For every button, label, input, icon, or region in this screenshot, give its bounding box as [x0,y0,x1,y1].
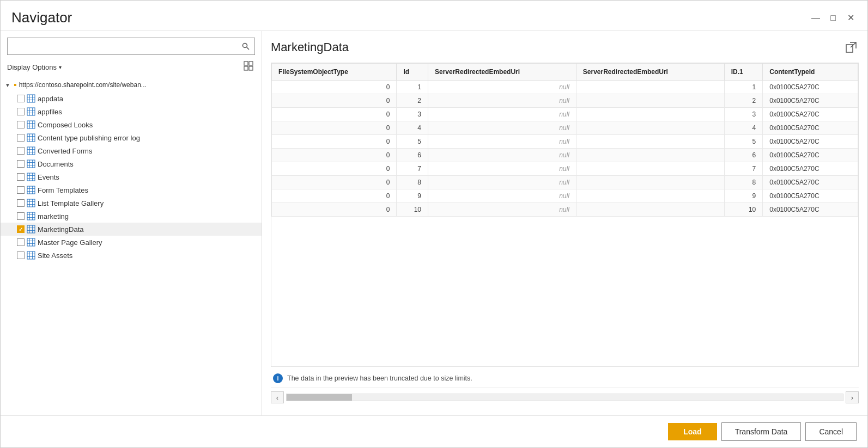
table-cell [576,121,724,135]
table-cell: 0x0100C5A270C [763,108,858,121]
table-grid-icon [27,225,35,234]
expand-icon: ▼ [5,82,11,88]
table-row: 04null40x0100C5A270C [272,121,858,135]
table-cell: 0 [272,121,397,135]
table-row: 06null60x0100C5A270C [272,149,858,162]
svg-rect-5 [249,66,253,70]
table-cell: 0x0100C5A270C [763,162,858,176]
tree-item-label: Master Page Gallery [38,238,102,247]
tree-item[interactable]: appfiles [1,105,262,118]
table-grid-icon [27,159,35,168]
tree-item[interactable]: Composed Looks [1,118,262,131]
tree-root-item[interactable]: ▼ ▪ https://contoso.sharepoint.com/site/… [1,78,262,92]
tree-items-container: appdata appfiles Composed Looks Content … [1,92,262,262]
tree-item[interactable]: MarketingData [1,223,262,236]
table-row: 05null50x0100C5A270C [272,135,858,149]
table-grid-icon [27,212,35,220]
tree-item-checkbox[interactable] [17,186,25,194]
display-options-row: Display Options ▾ [1,60,262,78]
tree-item-checkbox[interactable] [17,199,25,207]
table-cell: null [428,121,576,135]
scroll-left-button[interactable]: ‹ [271,391,284,403]
table-grid-icon [27,107,35,116]
minimize-button[interactable]: — [810,12,822,24]
scrollbar-row: ‹ › [271,388,859,407]
maximize-button[interactable]: □ [827,12,839,24]
table-cell: 0x0100C5A270C [763,203,858,217]
tree-list[interactable]: ▼ ▪ https://contoso.sharepoint.com/site/… [1,78,262,415]
table-cell: 10 [724,203,763,217]
tree-item-label: Composed Looks [38,121,93,129]
display-options-button[interactable]: Display Options ▾ [7,63,62,71]
tree-item-label: appfiles [38,108,62,116]
scroll-right-button[interactable]: › [846,391,859,403]
tree-item[interactable]: Form Templates [1,183,262,197]
table-column-header: ContentTypeId [763,64,858,81]
table-cell: 0x0100C5A270C [763,189,858,203]
tree-item-checkbox[interactable] [17,251,25,259]
table-cell: 0x0100C5A270C [763,121,858,135]
tree-item-checkbox[interactable] [17,173,25,181]
window-controls: — □ ✕ [810,12,857,24]
svg-rect-41 [27,186,35,194]
search-button[interactable] [237,38,254,54]
scrollbar-thumb [287,394,352,401]
select-related-button[interactable] [242,60,255,73]
table-cell: 5 [397,135,428,149]
table-cell: 2 [397,94,428,108]
tree-item[interactable]: marketing [1,210,262,223]
left-panel: Display Options ▾ ▼ [1,31,262,415]
tree-item-checkbox[interactable] [17,121,25,128]
scrollbar-track[interactable] [286,394,843,401]
tree-item[interactable]: Documents [1,157,262,170]
cancel-button[interactable]: Cancel [805,422,857,441]
transform-data-button[interactable]: Transform Data [721,422,802,441]
tree-item[interactable]: List Template Gallery [1,197,262,210]
tree-item[interactable]: Master Page Gallery [1,236,262,249]
svg-rect-11 [27,108,35,115]
table-header: FileSystemObjectTypeIdServerRedirectedEm… [272,64,858,81]
tree-item-checkbox[interactable] [17,238,25,246]
table-grid-icon [27,133,35,142]
table-cell: 0 [272,189,397,203]
table-row: 03null30x0100C5A270C [272,108,858,121]
preview-external-button[interactable] [843,40,859,55]
load-button[interactable]: Load [668,423,717,440]
tree-item-checkbox[interactable] [17,225,25,233]
table-cell [576,135,724,149]
table-cell: 5 [724,135,763,149]
search-input[interactable] [8,39,237,54]
display-options-label: Display Options [7,63,57,71]
table-cell: 8 [724,176,763,189]
tree-item-label: Site Assets [38,251,72,260]
data-table-container[interactable]: FileSystemObjectTypeIdServerRedirectedEm… [271,63,859,367]
tree-item-checkbox[interactable] [17,160,25,168]
tree-item[interactable]: Content type publishing error log [1,131,262,144]
tree-item-checkbox[interactable] [17,108,25,115]
tree-item[interactable]: Converted Forms [1,144,262,157]
table-cell: 0 [272,94,397,108]
tree-item-label: MarketingData [38,225,84,234]
table-cell: 0x0100C5A270C [763,149,858,162]
close-button[interactable]: ✕ [845,12,857,24]
table-cell: 9 [724,189,763,203]
tree-item[interactable]: Events [1,170,262,183]
table-grid-icon [27,251,35,260]
tree-item-checkbox[interactable] [17,147,25,155]
svg-rect-16 [27,121,35,128]
tree-item-checkbox[interactable] [17,134,25,142]
tree-item-checkbox[interactable] [17,95,25,102]
table-column-header: ServerRedirectedEmbedUri [428,64,576,81]
tree-item[interactable]: Site Assets [1,249,262,262]
tree-item-checkbox[interactable] [17,212,25,220]
svg-rect-61 [27,238,35,246]
table-column-header: ID.1 [724,64,763,81]
svg-rect-26 [27,147,35,155]
table-row: 01null10x0100C5A270C [272,81,858,94]
table-cell: 1 [724,81,763,94]
table-cell: null [428,81,576,94]
svg-rect-4 [244,66,248,70]
table-grid-icon [27,146,35,155]
preview-title: MarketingData [271,40,349,54]
tree-item[interactable]: appdata [1,92,262,105]
